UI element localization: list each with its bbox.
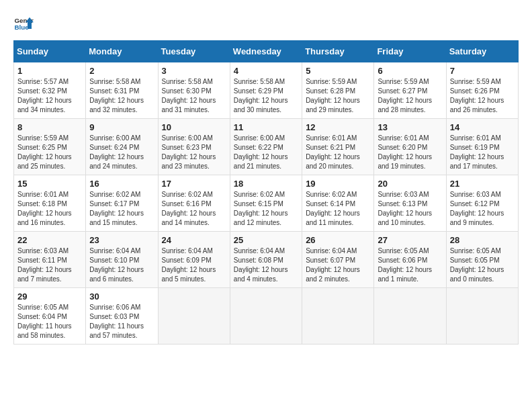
calendar-cell: 26 Sunrise: 6:04 AM Sunset: 6:07 PM Dayl… bbox=[302, 232, 374, 288]
calendar-cell: 3 Sunrise: 5:58 AM Sunset: 6:30 PM Dayli… bbox=[158, 62, 230, 119]
calendar-cell: 2 Sunrise: 5:58 AM Sunset: 6:31 PM Dayli… bbox=[86, 62, 158, 119]
day-number: 24 bbox=[162, 235, 226, 245]
day-header: Monday bbox=[86, 41, 158, 62]
day-number: 29 bbox=[17, 291, 82, 302]
day-details: Sunrise: 5:57 AM Sunset: 6:32 PM Dayligh… bbox=[17, 77, 82, 115]
day-details: Sunrise: 6:02 AM Sunset: 6:17 PM Dayligh… bbox=[89, 190, 154, 228]
calendar-cell: 21 Sunrise: 6:03 AM Sunset: 6:12 PM Dayl… bbox=[446, 175, 518, 232]
calendar-cell: 20 Sunrise: 6:03 AM Sunset: 6:13 PM Dayl… bbox=[374, 175, 446, 232]
day-number: 4 bbox=[234, 66, 298, 76]
day-number: 13 bbox=[378, 122, 442, 132]
day-details: Sunrise: 6:01 AM Sunset: 6:18 PM Dayligh… bbox=[17, 190, 82, 228]
calendar-cell: 25 Sunrise: 6:04 AM Sunset: 6:08 PM Dayl… bbox=[230, 232, 302, 288]
day-details: Sunrise: 6:03 AM Sunset: 6:11 PM Dayligh… bbox=[17, 246, 82, 284]
calendar-cell bbox=[158, 288, 230, 345]
logo: General Blue bbox=[13, 13, 34, 34]
calendar-cell: 12 Sunrise: 6:01 AM Sunset: 6:21 PM Dayl… bbox=[302, 119, 374, 175]
day-number: 28 bbox=[450, 235, 515, 245]
day-details: Sunrise: 6:02 AM Sunset: 6:14 PM Dayligh… bbox=[306, 190, 370, 228]
calendar-cell: 9 Sunrise: 6:00 AM Sunset: 6:24 PM Dayli… bbox=[86, 119, 158, 175]
day-number: 8 bbox=[17, 122, 82, 132]
day-details: Sunrise: 6:01 AM Sunset: 6:19 PM Dayligh… bbox=[450, 134, 515, 171]
calendar-cell: 7 Sunrise: 5:59 AM Sunset: 6:26 PM Dayli… bbox=[446, 62, 518, 119]
day-header: Friday bbox=[374, 41, 446, 62]
day-details: Sunrise: 5:58 AM Sunset: 6:29 PM Dayligh… bbox=[234, 77, 298, 115]
day-details: Sunrise: 5:59 AM Sunset: 6:28 PM Dayligh… bbox=[306, 77, 370, 115]
day-number: 9 bbox=[89, 122, 154, 132]
day-details: Sunrise: 6:00 AM Sunset: 6:24 PM Dayligh… bbox=[89, 134, 154, 171]
day-number: 22 bbox=[17, 235, 82, 245]
calendar-cell: 28 Sunrise: 6:05 AM Sunset: 6:05 PM Dayl… bbox=[446, 232, 518, 288]
day-details: Sunrise: 6:02 AM Sunset: 6:15 PM Dayligh… bbox=[234, 190, 298, 228]
day-number: 17 bbox=[162, 179, 226, 189]
calendar-cell: 30 Sunrise: 6:06 AM Sunset: 6:03 PM Dayl… bbox=[86, 288, 158, 345]
day-number: 6 bbox=[378, 66, 442, 76]
day-details: Sunrise: 5:59 AM Sunset: 6:26 PM Dayligh… bbox=[450, 77, 515, 115]
day-number: 25 bbox=[234, 235, 298, 245]
svg-text:Blue: Blue bbox=[15, 24, 30, 31]
day-number: 2 bbox=[89, 66, 154, 76]
calendar-cell: 8 Sunrise: 5:59 AM Sunset: 6:25 PM Dayli… bbox=[14, 119, 86, 175]
calendar-cell: 6 Sunrise: 5:59 AM Sunset: 6:27 PM Dayli… bbox=[374, 62, 446, 119]
calendar-cell: 1 Sunrise: 5:57 AM Sunset: 6:32 PM Dayli… bbox=[14, 62, 86, 119]
calendar-cell: 18 Sunrise: 6:02 AM Sunset: 6:15 PM Dayl… bbox=[230, 175, 302, 232]
calendar-cell: 10 Sunrise: 6:00 AM Sunset: 6:23 PM Dayl… bbox=[158, 119, 230, 175]
day-details: Sunrise: 6:01 AM Sunset: 6:20 PM Dayligh… bbox=[378, 134, 442, 171]
calendar-cell bbox=[230, 288, 302, 345]
day-details: Sunrise: 5:58 AM Sunset: 6:31 PM Dayligh… bbox=[89, 77, 154, 115]
day-header: Tuesday bbox=[158, 41, 230, 62]
calendar-cell: 29 Sunrise: 6:05 AM Sunset: 6:04 PM Dayl… bbox=[14, 288, 86, 345]
day-details: Sunrise: 5:58 AM Sunset: 6:30 PM Dayligh… bbox=[162, 77, 226, 115]
day-header: Saturday bbox=[446, 41, 518, 62]
day-number: 7 bbox=[450, 66, 515, 76]
day-header: Thursday bbox=[302, 41, 374, 62]
calendar-cell bbox=[374, 288, 446, 345]
day-details: Sunrise: 6:05 AM Sunset: 6:06 PM Dayligh… bbox=[378, 246, 442, 284]
day-details: Sunrise: 6:04 AM Sunset: 6:08 PM Dayligh… bbox=[234, 246, 298, 284]
day-details: Sunrise: 6:04 AM Sunset: 6:09 PM Dayligh… bbox=[162, 246, 226, 284]
day-number: 23 bbox=[89, 235, 154, 245]
calendar-cell: 27 Sunrise: 6:05 AM Sunset: 6:06 PM Dayl… bbox=[374, 232, 446, 288]
calendar-cell: 13 Sunrise: 6:01 AM Sunset: 6:20 PM Dayl… bbox=[374, 119, 446, 175]
calendar-cell: 14 Sunrise: 6:01 AM Sunset: 6:19 PM Dayl… bbox=[446, 119, 518, 175]
day-number: 1 bbox=[17, 66, 82, 76]
day-details: Sunrise: 6:00 AM Sunset: 6:22 PM Dayligh… bbox=[234, 134, 298, 171]
day-number: 18 bbox=[234, 179, 298, 189]
day-number: 19 bbox=[306, 179, 370, 189]
day-details: Sunrise: 6:04 AM Sunset: 6:10 PM Dayligh… bbox=[89, 246, 154, 284]
day-details: Sunrise: 6:01 AM Sunset: 6:21 PM Dayligh… bbox=[306, 134, 370, 171]
calendar-cell bbox=[302, 288, 374, 345]
day-details: Sunrise: 6:03 AM Sunset: 6:12 PM Dayligh… bbox=[450, 190, 515, 228]
calendar-cell: 15 Sunrise: 6:01 AM Sunset: 6:18 PM Dayl… bbox=[14, 175, 86, 232]
day-number: 27 bbox=[378, 235, 442, 245]
day-number: 15 bbox=[17, 179, 82, 189]
day-number: 20 bbox=[378, 179, 442, 189]
calendar-table: SundayMondayTuesdayWednesdayThursdayFrid… bbox=[13, 40, 519, 345]
day-number: 16 bbox=[89, 179, 154, 189]
calendar-cell: 16 Sunrise: 6:02 AM Sunset: 6:17 PM Dayl… bbox=[86, 175, 158, 232]
day-header: Sunday bbox=[14, 41, 86, 62]
day-number: 14 bbox=[450, 122, 515, 132]
day-number: 11 bbox=[234, 122, 298, 132]
calendar-cell: 11 Sunrise: 6:00 AM Sunset: 6:22 PM Dayl… bbox=[230, 119, 302, 175]
day-header: Wednesday bbox=[230, 41, 302, 62]
day-number: 5 bbox=[306, 66, 370, 76]
day-details: Sunrise: 6:05 AM Sunset: 6:04 PM Dayligh… bbox=[17, 303, 82, 340]
calendar-cell bbox=[446, 288, 518, 345]
calendar-cell: 4 Sunrise: 5:58 AM Sunset: 6:29 PM Dayli… bbox=[230, 62, 302, 119]
calendar-cell: 24 Sunrise: 6:04 AM Sunset: 6:09 PM Dayl… bbox=[158, 232, 230, 288]
day-number: 10 bbox=[162, 122, 226, 132]
day-details: Sunrise: 5:59 AM Sunset: 6:25 PM Dayligh… bbox=[17, 134, 82, 171]
calendar-cell: 22 Sunrise: 6:03 AM Sunset: 6:11 PM Dayl… bbox=[14, 232, 86, 288]
day-details: Sunrise: 6:02 AM Sunset: 6:16 PM Dayligh… bbox=[162, 190, 226, 228]
day-number: 30 bbox=[89, 291, 154, 302]
calendar-cell: 19 Sunrise: 6:02 AM Sunset: 6:14 PM Dayl… bbox=[302, 175, 374, 232]
day-number: 12 bbox=[306, 122, 370, 132]
day-details: Sunrise: 5:59 AM Sunset: 6:27 PM Dayligh… bbox=[378, 77, 442, 115]
day-number: 3 bbox=[162, 66, 226, 76]
day-number: 21 bbox=[450, 179, 515, 189]
calendar-cell: 23 Sunrise: 6:04 AM Sunset: 6:10 PM Dayl… bbox=[86, 232, 158, 288]
day-details: Sunrise: 6:03 AM Sunset: 6:13 PM Dayligh… bbox=[378, 190, 442, 228]
day-details: Sunrise: 6:04 AM Sunset: 6:07 PM Dayligh… bbox=[306, 246, 370, 284]
calendar-cell: 5 Sunrise: 5:59 AM Sunset: 6:28 PM Dayli… bbox=[302, 62, 374, 119]
